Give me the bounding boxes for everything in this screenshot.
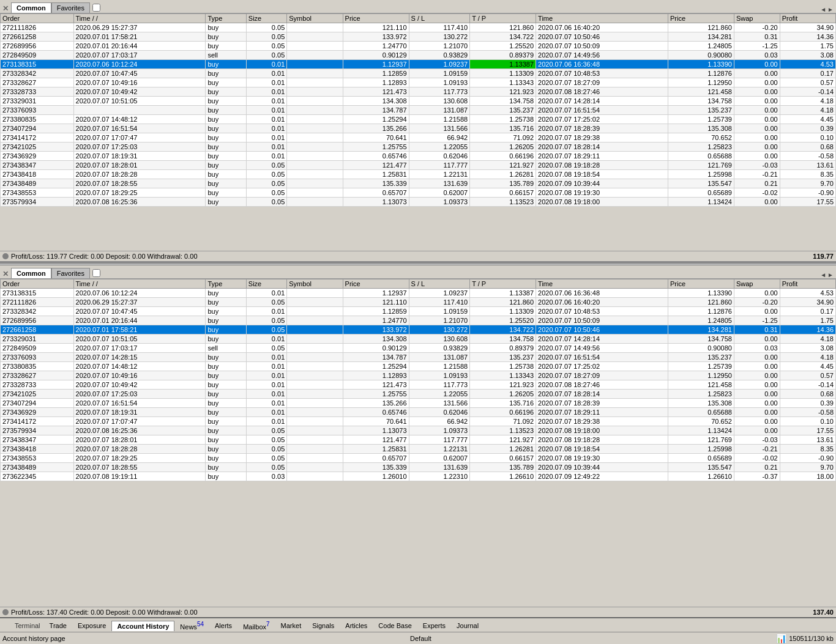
tab-journal[interactable]: Journal: [451, 620, 484, 631]
table-row[interactable]: 2726612582020.07.01 17:58:21buy0.05133.9…: [1, 32, 836, 42]
tab-experts[interactable]: Experts: [417, 620, 451, 631]
terminal-label: Terminal: [15, 622, 40, 629]
table-row[interactable]: 2735799342020.07.08 16:25:36buy0.051.130…: [1, 426, 836, 435]
table-row[interactable]: 2733760932020.07.07 14:28:15buy0.01134.7…: [1, 353, 836, 362]
table-row[interactable]: 2735799342020.07.08 16:25:36buy0.051.130…: [1, 198, 836, 207]
table-row[interactable]: 2734383472020.07.07 18:28:01buy0.05121.4…: [1, 161, 836, 170]
table-row[interactable]: 2734072942020.07.07 16:51:54buy0.01135.2…: [1, 124, 836, 133]
footer-right: 📊 150511/130 kb: [776, 634, 834, 643]
panel1-table-wrapper: Order Time / Type Size Symbol Price S / …: [0, 13, 836, 251]
nav-left-2[interactable]: ◄: [820, 272, 826, 278]
table-row[interactable]: 2734369292020.07.07 18:19:31buy0.010.657…: [1, 408, 836, 417]
table-row[interactable]: 2733286272020.07.07 10:49:16buy0.011.128…: [1, 371, 836, 380]
tab-signals[interactable]: Signals: [307, 620, 340, 631]
table-row[interactable]: 2734210252020.07.07 17:25:03buy0.011.257…: [1, 390, 836, 399]
col-size-2[interactable]: Size: [246, 279, 286, 289]
panel2-tabbar: ✕ Common Favorites ◄ ►: [0, 265, 836, 279]
col-profit-1[interactable]: Profit: [780, 14, 835, 23]
col-type-1[interactable]: Type: [206, 14, 246, 23]
col-time2-1[interactable]: Time: [536, 14, 668, 23]
tab-market[interactable]: Market: [275, 620, 307, 631]
tab-exposure[interactable]: Exposure: [72, 620, 111, 631]
col-swap-2[interactable]: Swap: [734, 279, 780, 289]
col-time-2[interactable]: Time /: [73, 279, 206, 289]
col-size-1[interactable]: Size: [246, 14, 286, 23]
table-row[interactable]: 2726612582020.07.01 17:58:21buy0.05133.9…: [1, 325, 836, 335]
table-row[interactable]: 2734384892020.07.07 18:28:55buy0.05135.3…: [1, 463, 836, 472]
table-row[interactable]: 2733290312020.07.07 10:51:05buy0.01134.3…: [1, 97, 836, 106]
tab-checkbox-2[interactable]: [92, 269, 100, 277]
table-row[interactable]: 2733283422020.07.07 10:47:45buy0.011.128…: [1, 307, 836, 316]
panel2-close[interactable]: ✕: [2, 270, 9, 278]
nav-right-1[interactable]: ►: [827, 6, 834, 13]
news-badge: 54: [197, 621, 204, 627]
tab-articles[interactable]: Articles: [340, 620, 373, 631]
status-text-2: Profit/Loss: 137.40 Credit: 0.00 Deposit…: [11, 609, 198, 616]
table-row[interactable]: 2734385532020.07.07 18:29:25buy0.050.657…: [1, 454, 836, 463]
table-row[interactable]: 2731383152020.07.06 10:12:24buy0.011.129…: [1, 60, 836, 69]
col-sl-2[interactable]: S / L: [409, 279, 470, 289]
table-row[interactable]: 2733287332020.07.07 10:49:42buy0.01121.4…: [1, 87, 836, 97]
table-row[interactable]: 2734210252020.07.07 17:25:03buy0.011.257…: [1, 142, 836, 152]
tab-mailbox[interactable]: Mailbox7: [237, 619, 275, 632]
tab-common-1[interactable]: Common: [11, 2, 51, 13]
col-tp-1[interactable]: T / P: [470, 14, 536, 23]
table-row[interactable]: 2734384182020.07.07 18:28:28buy0.051.258…: [1, 445, 836, 454]
tab-alerts[interactable]: Alerts: [209, 620, 237, 631]
table-row[interactable]: 2736223452020.07.08 19:19:11buy0.031.260…: [1, 472, 836, 481]
table-row[interactable]: 2731383152020.07.06 10:12:24buy0.011.129…: [1, 289, 836, 298]
col-price2-2[interactable]: Price: [668, 279, 734, 289]
table-row[interactable]: 2733808352020.07.07 14:48:12buy0.011.252…: [1, 115, 836, 124]
panel2-status: Profit/Loss: 137.40 Credit: 0.00 Deposit…: [0, 607, 836, 617]
chart-icon: 📊: [776, 634, 786, 643]
nav-left-1[interactable]: ◄: [820, 6, 826, 13]
col-sl-1[interactable]: S / L: [409, 14, 470, 23]
table-row[interactable]: 2726899562020.07.01 20:16:44buy0.051.247…: [1, 316, 836, 325]
col-tp-2[interactable]: T / P: [470, 279, 536, 289]
panel1-status: Profit/Loss: 119.77 Credit: 0.00 Deposit…: [0, 251, 836, 261]
table-row[interactable]: 2728495092020.07.07 17:03:17sell0.050.90…: [1, 51, 836, 60]
col-price2-1[interactable]: Price: [668, 14, 734, 23]
table-row[interactable]: 2734072942020.07.07 16:51:54buy0.01135.2…: [1, 399, 836, 408]
col-time-1[interactable]: Time /: [73, 14, 206, 23]
tab-trade[interactable]: Trade: [44, 620, 72, 631]
table-row[interactable]: 273376093buy0.01134.787131.087135.237202…: [1, 106, 836, 115]
table-row[interactable]: 2734385532020.07.07 18:29:25buy0.050.657…: [1, 188, 836, 198]
table-row[interactable]: 2733808352020.07.07 14:48:12buy0.011.252…: [1, 362, 836, 371]
status-icon-1: [2, 253, 9, 259]
nav-right-2[interactable]: ►: [827, 272, 834, 278]
table-row[interactable]: 2721118262020.06.29 15:27:37buy0.05121.1…: [1, 298, 836, 307]
col-symbol-1[interactable]: Symbol: [287, 14, 343, 23]
col-symbol-2[interactable]: Symbol: [287, 279, 343, 289]
footer-left: Account history page: [2, 635, 65, 642]
col-swap-1[interactable]: Swap: [734, 14, 780, 23]
col-price-1[interactable]: Price: [343, 14, 409, 23]
table-row[interactable]: 2734383472020.07.07 18:28:01buy0.05121.4…: [1, 435, 836, 445]
panel1-close[interactable]: ✕: [2, 4, 9, 13]
col-order-2[interactable]: Order: [1, 279, 74, 289]
tab-news[interactable]: News54: [174, 619, 209, 632]
col-profit-2[interactable]: Profit: [780, 279, 835, 289]
tab-code-base[interactable]: Code Base: [373, 620, 417, 631]
table-row[interactable]: 2734384182020.07.07 18:28:28buy0.051.258…: [1, 170, 836, 179]
table-row[interactable]: 2726899562020.07.01 20:16:44buy0.051.247…: [1, 42, 836, 51]
table-row[interactable]: 2734141722020.07.07 17:07:47buy0.0170.64…: [1, 133, 836, 142]
tab-favorites-2[interactable]: Favorites: [51, 268, 90, 278]
tab-favorites-1[interactable]: Favorites: [51, 2, 90, 13]
table-row[interactable]: 2734384892020.07.07 18:28:55buy0.05135.3…: [1, 179, 836, 188]
table-row[interactable]: 2733290312020.07.07 10:51:05buy0.01134.3…: [1, 335, 836, 344]
table-row[interactable]: 2733286272020.07.07 10:49:16buy0.011.128…: [1, 78, 836, 87]
col-type-2[interactable]: Type: [206, 279, 246, 289]
table-row[interactable]: 2733287332020.07.07 10:49:42buy0.01121.4…: [1, 380, 836, 390]
col-price-2[interactable]: Price: [343, 279, 409, 289]
col-order-1[interactable]: Order: [1, 14, 74, 23]
col-time2-2[interactable]: Time: [536, 279, 668, 289]
table-row[interactable]: 2721118262020.06.29 15:27:37buy0.05121.1…: [1, 23, 836, 32]
table-row[interactable]: 2733283422020.07.07 10:47:45buy0.011.128…: [1, 69, 836, 78]
tab-account-history[interactable]: Account History: [111, 621, 174, 631]
table-row[interactable]: 2734369292020.07.07 18:19:31buy0.010.657…: [1, 152, 836, 161]
tab-checkbox-1[interactable]: [92, 4, 100, 12]
tab-common-2[interactable]: Common: [11, 268, 51, 278]
table-row[interactable]: 2734141722020.07.07 17:07:47buy0.0170.64…: [1, 417, 836, 426]
table-row[interactable]: 2728495092020.07.07 17:03:17sell0.050.90…: [1, 344, 836, 353]
